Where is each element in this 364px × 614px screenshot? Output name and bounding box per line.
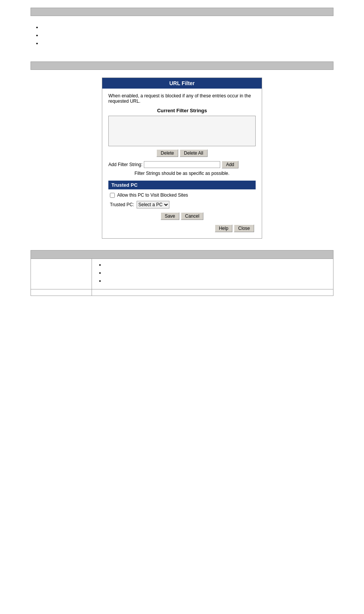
- bottom-table-row1-left: [31, 259, 92, 289]
- add-filter-input[interactable]: [144, 161, 220, 168]
- trusted-pc-select-row: Trusted PC: Select a PC: [110, 201, 254, 208]
- trusted-pc-body: Allow this PC to Visit Blocked Sites Tru…: [108, 192, 256, 220]
- delete-button[interactable]: Delete: [156, 149, 178, 157]
- bottom-table-row2-right: [92, 289, 333, 296]
- add-button[interactable]: Add: [222, 161, 238, 168]
- bottom-table-row-2: [31, 289, 333, 296]
- section1-header: [31, 8, 333, 16]
- intro-bullet-list: [42, 24, 333, 46]
- bottom-table-row1-list: [105, 262, 329, 284]
- section2-header: [31, 61, 333, 70]
- cancel-button[interactable]: Cancel: [181, 212, 203, 220]
- bottom-table-header: [31, 250, 333, 259]
- help-button[interactable]: Help: [215, 225, 233, 232]
- trusted-pc-select[interactable]: Select a PC: [137, 201, 169, 208]
- url-filter-title: URL Filter: [102, 78, 262, 89]
- bottom-table-row2-left: [31, 289, 92, 296]
- bottom-table-row1-right: [92, 259, 333, 289]
- url-filter-body: When enabled, a request is blocked if an…: [102, 89, 262, 238]
- intro-bullet-3: [42, 40, 333, 46]
- bottom-table-row1-bullet3: [105, 278, 329, 284]
- add-filter-label: Add Filter String:: [108, 162, 142, 167]
- bottom-table-header-row: [31, 250, 333, 259]
- filter-hint: Filter Strings should be as specific as …: [108, 171, 256, 176]
- intro-bullet-1: [42, 24, 333, 30]
- url-filter-dialog-container: URL Filter When enabled, a request is bl…: [31, 78, 333, 239]
- allow-blocked-sites-checkbox[interactable]: [110, 193, 115, 198]
- add-filter-row: Add Filter String: Add: [108, 161, 256, 168]
- filter-strings-list[interactable]: [108, 116, 256, 146]
- allow-blocked-sites-label: Allow this PC to Visit Blocked Sites: [117, 192, 188, 198]
- trusted-pc-label: Trusted PC:: [110, 202, 134, 207]
- trusted-pc-header: Trusted PC: [108, 181, 256, 189]
- bottom-table-row1-bullet2: [105, 270, 329, 276]
- url-filter-box: URL Filter When enabled, a request is bl…: [102, 78, 262, 239]
- help-close-row: Help Close: [108, 223, 256, 234]
- filter-strings-label: Current Filter Strings: [108, 108, 256, 113]
- close-button[interactable]: Close: [234, 225, 254, 232]
- delete-all-button[interactable]: Delete All: [180, 149, 208, 157]
- url-filter-description: When enabled, a request is blocked if an…: [108, 93, 256, 104]
- trusted-pc-checkbox-row: Allow this PC to Visit Blocked Sites: [110, 192, 254, 198]
- bottom-table: [31, 250, 333, 296]
- bottom-table-row-1: [31, 259, 333, 289]
- delete-buttons-row: Delete Delete All: [108, 149, 256, 157]
- save-cancel-row: Save Cancel: [110, 212, 254, 220]
- save-button[interactable]: Save: [161, 212, 179, 220]
- intro-section: [31, 21, 333, 54]
- bottom-section: [31, 250, 333, 296]
- intro-bullet-2: [42, 32, 333, 38]
- bottom-table-row1-bullet1: [105, 262, 329, 268]
